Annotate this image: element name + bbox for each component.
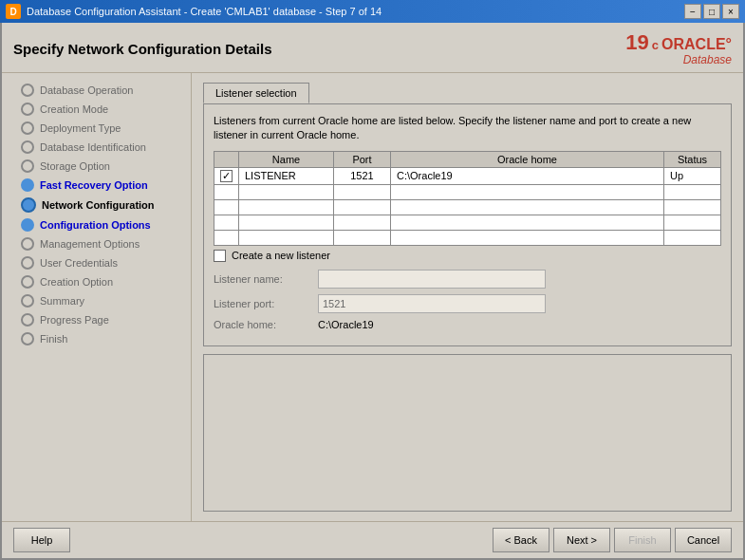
new-listener-checkbox-row[interactable]: Create a new listener bbox=[214, 250, 721, 262]
tab-content: Listeners from current Oracle home are l… bbox=[203, 103, 732, 346]
info-text: Listeners from current Oracle home are l… bbox=[214, 114, 721, 143]
sidebar-item-progress-page: Progress Page bbox=[2, 310, 191, 329]
oracle-logo: 19c ORACLE° Database bbox=[625, 30, 732, 66]
sidebar-item-network-configuration: Network Configuration bbox=[2, 195, 191, 215]
page-title: Specify Network Configuration Details bbox=[13, 41, 272, 57]
step-dot bbox=[21, 103, 34, 116]
col-header-oracle-home: Oracle home bbox=[391, 151, 664, 167]
header: Specify Network Configuration Details 19… bbox=[2, 23, 743, 73]
step-dot bbox=[21, 121, 34, 135]
step-dot bbox=[21, 332, 34, 345]
row-checkbox-cell[interactable] bbox=[214, 167, 239, 184]
sidebar: Database Operation Creation Mode Deploym… bbox=[2, 73, 192, 521]
new-listener-checkbox[interactable] bbox=[214, 250, 226, 262]
nav-buttons: < Back Next > Finish Cancel bbox=[493, 528, 732, 552]
minimize-button[interactable]: − bbox=[684, 4, 701, 19]
listener-port-label: Listener port: bbox=[214, 298, 318, 309]
col-header-name: Name bbox=[239, 151, 334, 167]
app-icon: D bbox=[6, 4, 21, 19]
listener-home-cell: C:\Oracle19 bbox=[391, 167, 664, 184]
oracle-home-row: Oracle home: C:\Oracle19 bbox=[214, 319, 721, 330]
oracle-home-value: C:\Oracle19 bbox=[318, 319, 374, 330]
main-window: Specify Network Configuration Details 19… bbox=[0, 23, 745, 560]
listener-table: Name Port Oracle home Status bbox=[214, 151, 721, 246]
sidebar-item-database-operation: Database Operation bbox=[2, 81, 191, 100]
step-dot bbox=[21, 159, 34, 173]
main-panel: Listener selection Listeners from curren… bbox=[192, 73, 743, 521]
content-area: Database Operation Creation Mode Deploym… bbox=[2, 73, 743, 521]
close-button[interactable]: × bbox=[722, 4, 739, 19]
listener-name-input[interactable] bbox=[318, 270, 546, 289]
title-bar-text: Database Configuration Assistant - Creat… bbox=[27, 6, 382, 17]
back-button[interactable]: < Back bbox=[493, 528, 549, 552]
oracle-product: Database bbox=[683, 53, 732, 66]
sidebar-item-creation-mode: Creation Mode bbox=[2, 100, 191, 119]
step-dot bbox=[21, 178, 34, 192]
oracle-brand: ORACLE° bbox=[661, 36, 732, 53]
sidebar-item-storage-option: Storage Option bbox=[2, 157, 191, 176]
sidebar-item-database-identification: Database Identification bbox=[2, 138, 191, 157]
step-dot bbox=[21, 313, 34, 327]
step-dot bbox=[21, 275, 34, 289]
listener-checkbox[interactable] bbox=[220, 170, 233, 182]
table-empty-row bbox=[214, 184, 721, 199]
new-listener-label: Create a new listener bbox=[232, 250, 330, 261]
step-dot bbox=[21, 218, 34, 232]
col-header-status: Status bbox=[664, 151, 721, 167]
step-dot bbox=[21, 237, 34, 251]
step-dot bbox=[21, 84, 34, 97]
oracle-home-label: Oracle home: bbox=[214, 319, 318, 330]
listener-name-row: Listener name: bbox=[214, 270, 721, 289]
listener-port-input[interactable] bbox=[318, 294, 546, 313]
window-controls[interactable]: − □ × bbox=[684, 4, 739, 19]
help-button[interactable]: Help bbox=[13, 528, 70, 552]
step-dot-current bbox=[21, 197, 36, 213]
tab-listener-selection[interactable]: Listener selection bbox=[203, 83, 309, 103]
maximize-button[interactable]: □ bbox=[703, 4, 720, 19]
finish-button[interactable]: Finish bbox=[614, 528, 671, 552]
sidebar-item-configuration-options[interactable]: Configuration Options bbox=[2, 215, 191, 234]
listener-port-row: Listener port: bbox=[214, 294, 721, 313]
oracle-version: 19 bbox=[625, 30, 648, 55]
step-dot bbox=[21, 256, 34, 270]
bottom-bar: Help < Back Next > Finish Cancel bbox=[2, 521, 743, 558]
sidebar-item-user-credentials: User Credentials bbox=[2, 253, 191, 272]
sidebar-item-summary: Summary bbox=[2, 291, 191, 310]
new-listener-section: Create a new listener Listener name: Lis… bbox=[214, 250, 721, 330]
step-dot bbox=[21, 140, 34, 154]
sidebar-item-creation-option: Creation Option bbox=[2, 272, 191, 291]
step-dot bbox=[21, 294, 34, 308]
sidebar-item-deployment-type: Deployment Type bbox=[2, 119, 191, 138]
cancel-button[interactable]: Cancel bbox=[675, 528, 732, 552]
listener-status-cell: Up bbox=[664, 167, 721, 184]
listener-port-cell: 1521 bbox=[334, 167, 391, 184]
listener-name-label: Listener name: bbox=[214, 273, 318, 285]
tab-bar: Listener selection bbox=[203, 83, 732, 103]
info-box bbox=[203, 354, 732, 512]
table-empty-row bbox=[214, 199, 721, 215]
tab-container: Listener selection Listeners from curren… bbox=[203, 83, 732, 346]
col-header-port: Port bbox=[334, 151, 391, 167]
next-button[interactable]: Next > bbox=[553, 528, 610, 552]
table-empty-row bbox=[214, 230, 721, 245]
table-empty-row bbox=[214, 215, 721, 230]
col-header-check bbox=[214, 151, 239, 167]
sidebar-item-finish: Finish bbox=[2, 329, 191, 348]
listener-name-cell: LISTENER bbox=[239, 167, 334, 184]
title-bar: D Database Configuration Assistant - Cre… bbox=[0, 0, 745, 23]
table-row: LISTENER 1521 C:\Oracle19 Up bbox=[214, 167, 721, 184]
sidebar-item-management-options: Management Options bbox=[2, 234, 191, 253]
sidebar-item-fast-recovery[interactable]: Fast Recovery Option bbox=[2, 176, 191, 195]
